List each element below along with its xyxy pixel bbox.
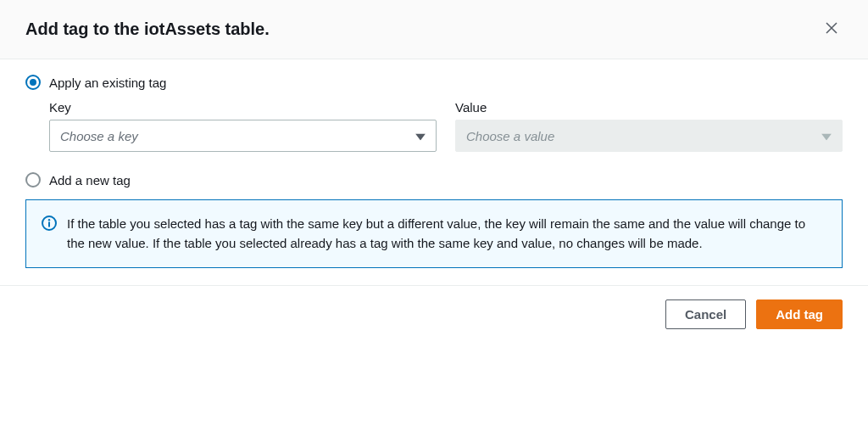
radio-add-new-label: Add a new tag bbox=[49, 173, 131, 188]
modal-footer: Cancel Add tag bbox=[0, 285, 868, 344]
radio-apply-existing[interactable]: Apply an existing tag bbox=[25, 75, 843, 90]
radio-apply-existing-control[interactable] bbox=[25, 75, 41, 90]
svg-point-1 bbox=[48, 219, 50, 221]
svg-rect-2 bbox=[48, 222, 50, 227]
add-tag-button[interactable]: Add tag bbox=[756, 299, 843, 329]
value-field: Value Choose a value bbox=[455, 100, 843, 152]
value-select-placeholder: Choose a value bbox=[466, 129, 554, 143]
modal-title: Add tag to the iotAssets table. bbox=[25, 20, 270, 39]
existing-tag-fields: Key Choose a key Value Choose a value bbox=[49, 100, 843, 152]
key-label: Key bbox=[49, 100, 437, 115]
value-select: Choose a value bbox=[455, 120, 843, 152]
info-box: If the table you selected has a tag with… bbox=[25, 199, 843, 268]
cancel-button[interactable]: Cancel bbox=[665, 299, 746, 329]
info-icon bbox=[42, 216, 57, 233]
caret-down-icon bbox=[415, 129, 426, 143]
key-field: Key Choose a key bbox=[49, 100, 437, 152]
key-select-placeholder: Choose a key bbox=[60, 129, 138, 143]
value-label: Value bbox=[455, 100, 843, 115]
caret-down-icon bbox=[821, 129, 832, 143]
add-tag-modal: Add tag to the iotAssets table. Apply an… bbox=[0, 0, 868, 344]
radio-add-new-control[interactable] bbox=[25, 172, 41, 188]
radio-group: Apply an existing tag Key Choose a key V… bbox=[25, 75, 843, 188]
close-button[interactable] bbox=[821, 17, 843, 42]
radio-apply-existing-label: Apply an existing tag bbox=[49, 76, 166, 90]
close-icon bbox=[824, 25, 839, 38]
modal-header: Add tag to the iotAssets table. bbox=[0, 0, 868, 59]
radio-dot-icon bbox=[30, 79, 36, 86]
modal-body: Apply an existing tag Key Choose a key V… bbox=[0, 59, 868, 285]
radio-add-new[interactable]: Add a new tag bbox=[25, 172, 843, 188]
key-select[interactable]: Choose a key bbox=[49, 120, 437, 152]
info-text: If the table you selected has a tag with… bbox=[67, 214, 826, 254]
